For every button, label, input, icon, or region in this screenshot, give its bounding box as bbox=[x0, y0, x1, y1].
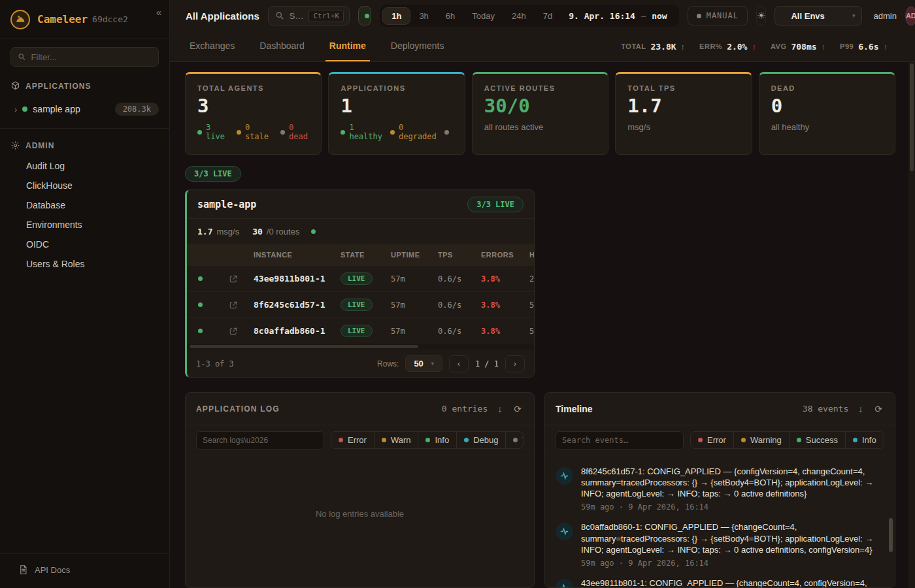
sidebar-item-oidc[interactable]: OIDC bbox=[0, 234, 169, 253]
state-badge: LIVE bbox=[341, 299, 373, 311]
event-text: 43ee9811b801-1: CONFIG_APPLIED — {change… bbox=[581, 578, 873, 588]
tab-bar: Exchanges Dashboard Runtime Deployments … bbox=[170, 31, 915, 62]
heap-cell: 5 bbox=[529, 301, 535, 310]
sidebar-item-audit-log[interactable]: Audit Log bbox=[0, 155, 169, 175]
range-6h[interactable]: 6h bbox=[437, 8, 463, 24]
environment-select[interactable]: All Envs ▾ bbox=[774, 6, 862, 25]
brand-version: 69dcce2 bbox=[92, 14, 128, 24]
refresh-icon[interactable]: ⟳ bbox=[512, 404, 524, 414]
filter-debug[interactable]: Debug bbox=[456, 432, 505, 448]
date-separator: – bbox=[641, 11, 646, 21]
online-status-dot bbox=[365, 14, 369, 18]
next-page-button[interactable]: › bbox=[505, 355, 525, 372]
range-3h[interactable]: 3h bbox=[410, 8, 437, 24]
filter-success[interactable]: Success bbox=[789, 432, 845, 448]
stat-cards-row: TOTAL AGENTS 3 3live 0stale 0dead APPLIC… bbox=[185, 72, 895, 155]
sample-app-label: sample app bbox=[33, 104, 109, 114]
status-dot-green bbox=[311, 229, 316, 234]
stat-p99-value: 6.6s bbox=[858, 42, 878, 52]
keyboard-shortcut-badge: Ctrl+K bbox=[308, 10, 344, 22]
admin-section-header: ADMIN bbox=[0, 140, 169, 150]
sample-app-panel: sample-app 3/3 LIVE 1.7 msg/s 30 /0 rout… bbox=[185, 189, 535, 378]
global-search-button[interactable]: S… Ctrl+K bbox=[268, 6, 350, 25]
arrow-up-icon: ↑ bbox=[752, 42, 756, 52]
range-today[interactable]: Today bbox=[463, 8, 503, 24]
filter-error[interactable]: Error bbox=[691, 432, 733, 448]
tab-dashboard[interactable]: Dashboard bbox=[256, 31, 308, 61]
range-24h[interactable]: 24h bbox=[503, 8, 535, 24]
timeline-scrollbar-thumb[interactable] bbox=[889, 518, 893, 552]
filter-info[interactable]: Info bbox=[418, 432, 456, 448]
table-row[interactable]: 8f6245c61d57-1 LIVE 57m 0.6/s 3.8% 5 bbox=[187, 291, 535, 318]
sidebar-filter-input[interactable] bbox=[31, 52, 152, 62]
chevron-down-icon: ▾ bbox=[852, 12, 856, 19]
filter-trace[interactable]: Trace bbox=[505, 432, 524, 448]
table-header: INSTANCE STATE UPTIME TPS ERRORS H bbox=[187, 244, 535, 265]
avatar[interactable]: AD bbox=[905, 7, 915, 25]
prev-page-button[interactable]: ‹ bbox=[449, 355, 469, 372]
filter-info[interactable]: Info bbox=[845, 432, 884, 448]
stat-avg-label: AVG bbox=[771, 42, 787, 50]
timeline-search-input[interactable] bbox=[562, 436, 677, 445]
page-scrollbar[interactable] bbox=[908, 62, 915, 588]
page-scrollbar-thumb[interactable] bbox=[910, 63, 914, 171]
download-icon[interactable]: ↓ bbox=[856, 404, 865, 414]
connection-status-button[interactable]: O bbox=[358, 6, 371, 25]
stat-err: ERR% 2.0% ↑ bbox=[699, 42, 756, 52]
sidebar-item-clickhouse[interactable]: ClickHouse bbox=[0, 175, 169, 195]
top-bar: All Applications S… Ctrl+K O 1h 3h 6h To… bbox=[170, 0, 915, 31]
activity-pulse-icon bbox=[556, 523, 573, 540]
event-timestamp: 59m ago · 9 Apr 2026, 16:14 bbox=[581, 502, 882, 512]
external-link-icon[interactable] bbox=[229, 301, 238, 310]
log-search-input[interactable] bbox=[203, 436, 318, 445]
instance-id: 43ee9811b801-1 bbox=[254, 274, 341, 284]
card-label: APPLICATIONS bbox=[341, 84, 452, 92]
api-docs-link[interactable]: API Docs bbox=[0, 553, 169, 588]
external-link-icon[interactable] bbox=[229, 327, 238, 336]
sidebar-collapse-icon[interactable]: « bbox=[156, 7, 161, 18]
rows-per-page-select[interactable]: 50 ▾ bbox=[405, 355, 442, 372]
sample-app-header: sample-app 3/3 LIVE bbox=[187, 190, 534, 219]
tab-deployments[interactable]: Deployments bbox=[387, 31, 448, 61]
filter-warning[interactable]: Warning bbox=[733, 432, 789, 448]
tab-runtime[interactable]: Runtime bbox=[325, 31, 370, 61]
sub-dead: 0dead bbox=[280, 123, 308, 142]
instance-id: 8c0affadb860-1 bbox=[254, 326, 341, 336]
manual-refresh-button[interactable]: MANUAL bbox=[688, 6, 748, 25]
refresh-icon[interactable]: ⟳ bbox=[873, 404, 884, 414]
log-panel-title: APPLICATION LOG bbox=[196, 404, 434, 414]
chevron-down-icon: ▾ bbox=[431, 361, 434, 367]
summary-stats: TOTAL 23.8K ↑ ERR% 2.0% ↑ AVG 708ms ↑ P9… bbox=[621, 31, 899, 61]
filter-error[interactable]: Error bbox=[331, 432, 374, 448]
timeline-header: Timeline 38 events ↓ ⟳ bbox=[545, 393, 895, 425]
sidebar-item-sample-app[interactable]: › sample app 208.3k bbox=[0, 101, 169, 118]
applications-header-label: APPLICATIONS bbox=[25, 82, 91, 91]
theme-toggle-button[interactable]: ☀ bbox=[756, 6, 766, 25]
timeline-event[interactable]: 8f6245c61d57-1: CONFIG_APPLIED — {config… bbox=[556, 466, 882, 512]
card-label: DEAD bbox=[771, 84, 883, 92]
timeline-event[interactable]: 43ee9811b801-1: CONFIG_APPLIED — {change… bbox=[556, 578, 882, 588]
chevron-right-icon[interactable]: › bbox=[14, 105, 17, 114]
tab-exchanges[interactable]: Exchanges bbox=[186, 31, 239, 61]
log-search bbox=[196, 431, 324, 449]
timeline-event[interactable]: 8c0affadb860-1: CONFIG_APPLIED — {change… bbox=[556, 521, 882, 567]
table-row[interactable]: 43ee9811b801-1 LIVE 57m 0.6/s 3.8% 2 bbox=[187, 265, 535, 291]
download-icon[interactable]: ↓ bbox=[495, 404, 504, 414]
sidebar-item-environments[interactable]: Environments bbox=[0, 214, 169, 234]
meta-tps-value: 1.7 bbox=[197, 227, 212, 237]
arrow-up-icon: ↑ bbox=[884, 42, 888, 52]
live-badge-label: 3/3 LIVE bbox=[185, 166, 241, 182]
range-1h[interactable]: 1h bbox=[382, 7, 410, 25]
range-7d[interactable]: 7d bbox=[535, 8, 561, 24]
external-link-icon[interactable] bbox=[229, 274, 238, 284]
sidebar-item-database[interactable]: Database bbox=[0, 195, 169, 214]
filter-warn[interactable]: Warn bbox=[374, 432, 418, 448]
col-state: STATE bbox=[341, 251, 391, 259]
log-entries-count: 0 entries bbox=[442, 404, 488, 414]
col-h: H bbox=[529, 251, 535, 259]
sidebar-item-users-roles[interactable]: Users & Roles bbox=[0, 253, 169, 273]
horizontal-scrollbar[interactable] bbox=[187, 344, 534, 350]
table-row[interactable]: 8c0affadb860-1 LIVE 57m 0.6/s 3.8% 5 bbox=[187, 318, 535, 344]
gear-icon bbox=[10, 140, 20, 150]
date-range-display[interactable]: 9. Apr. 16:14 – now bbox=[561, 11, 676, 21]
